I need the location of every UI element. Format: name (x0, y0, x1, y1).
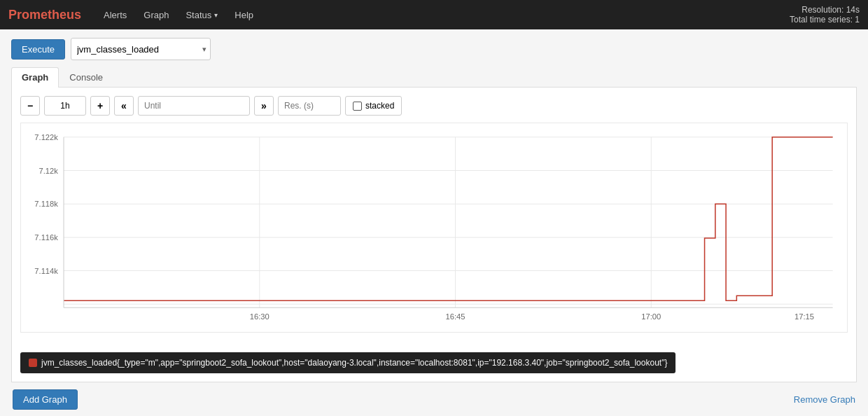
legend-color (29, 359, 37, 367)
legend-bar: jvm_classes_loaded{_type="m",app="spring… (20, 352, 676, 373)
execute-button[interactable]: Execute (11, 39, 65, 60)
main-content: Execute ▾ Graph Console − + « » stacked (0, 29, 868, 416)
stacked-label: stacked (365, 101, 394, 111)
zoom-out-button[interactable]: − (20, 96, 40, 116)
svg-text:16:30: 16:30 (250, 312, 270, 321)
add-graph-button[interactable]: Add Graph (13, 389, 78, 410)
top-navbar: Prometheus Alerts Graph Status ▾ Help Re… (0, 0, 868, 29)
until-input[interactable] (138, 96, 250, 116)
stacked-checkbox-icon (353, 102, 362, 111)
svg-text:7.118k: 7.118k (34, 200, 58, 208)
resolution-label: Resolution: 14s (790, 5, 860, 15)
help-nav[interactable]: Help (226, 0, 262, 29)
remove-graph-link[interactable]: Remove Graph (794, 394, 855, 405)
resolution-input[interactable] (278, 96, 341, 116)
query-input-wrapper: ▾ (71, 38, 211, 60)
query-bar: Execute ▾ (11, 38, 857, 60)
total-series-label: Total time series: 1 (790, 15, 860, 25)
graph-panel: − + « » stacked (11, 88, 857, 382)
tab-bar: Graph Console (11, 67, 857, 88)
back-button[interactable]: « (114, 96, 134, 116)
svg-text:7.116k: 7.116k (34, 233, 58, 242)
forward-button[interactable]: » (254, 96, 274, 116)
stacked-button[interactable]: stacked (345, 96, 402, 116)
legend-text: jvm_classes_loaded{_type="m",app="spring… (41, 358, 667, 368)
svg-text:7.114k: 7.114k (34, 267, 58, 275)
console-tab[interactable]: Console (59, 67, 113, 87)
status-nav[interactable]: Status ▾ (177, 0, 226, 29)
svg-text:16:45: 16:45 (446, 312, 465, 321)
graph-nav[interactable]: Graph (135, 0, 177, 29)
resolution-info: Resolution: 14s Total time series: 1 (790, 5, 860, 25)
alerts-nav[interactable]: Alerts (95, 0, 135, 29)
svg-text:7.12k: 7.12k (39, 167, 59, 175)
time-range-input[interactable] (44, 96, 86, 116)
bottom-bar: Add Graph Remove Graph (11, 389, 857, 410)
chevron-down-icon: ▾ (214, 11, 218, 19)
zoom-in-button[interactable]: + (90, 96, 110, 116)
svg-text:17:00: 17:00 (641, 312, 661, 321)
chart-container: 7.122k 7.12k 7.118k 7.116k 7.114k 16:30 … (20, 123, 848, 347)
query-input[interactable] (71, 38, 211, 60)
chart-svg: 7.122k 7.12k 7.118k 7.116k 7.114k 16:30 … (20, 123, 848, 333)
svg-text:17:15: 17:15 (794, 312, 814, 321)
brand-logo[interactable]: Prometheus (8, 8, 81, 22)
graph-controls: − + « » stacked (20, 96, 848, 116)
svg-text:7.122k: 7.122k (34, 133, 58, 141)
graph-tab[interactable]: Graph (11, 67, 59, 88)
